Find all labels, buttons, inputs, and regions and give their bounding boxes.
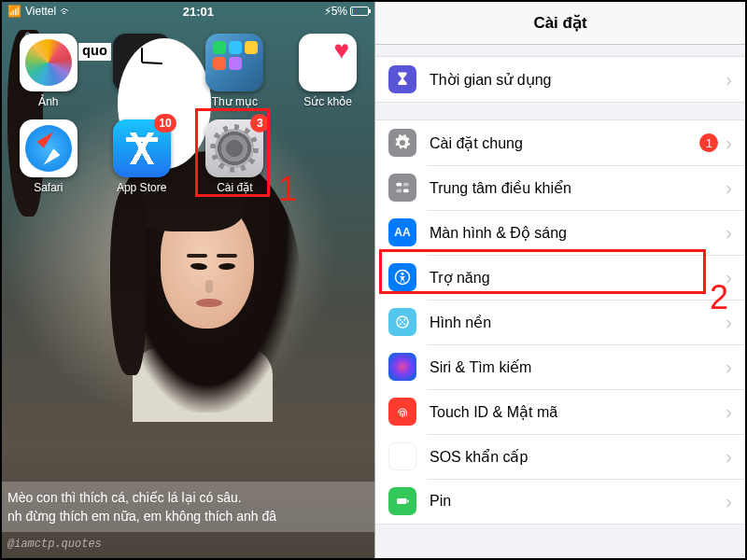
app-clock[interactable]: Đồng hồ [95,28,189,114]
chevron-right-icon: › [726,401,732,423]
wifi-icon [60,4,73,19]
annotation-number-1: 1 [278,170,297,209]
svg-rect-2 [396,189,402,193]
fingerprint-icon [388,398,416,426]
chevron-right-icon: › [726,133,732,154]
settings-group-main: Cài đặt chung 1 › Trung tâm điều khiển ›… [375,119,745,525]
row-sos[interactable]: SOS SOS khẩn cấp › [375,434,745,479]
app-label: Ảnh [38,95,58,108]
row-battery[interactable]: Pin › [375,479,745,524]
chevron-right-icon: › [726,177,732,199]
clock-icon [113,34,171,91]
svg-point-8 [403,319,405,321]
badge: 10 [154,114,176,133]
settings-screen: Cài đặt Thời gian sử dụng › Cài đặt ch [374,2,745,558]
hourglass-icon [388,65,416,93]
chevron-right-icon: › [726,491,732,512]
wallpaper-quote: Mèo con thì thích cá, chiếc lá lại có sâ… [2,482,374,532]
control-center-icon [388,174,416,202]
signal-icon [7,5,21,18]
svg-rect-3 [403,189,409,193]
row-label: Trung tâm điều khiển [430,179,726,197]
annotation-box-2 [379,249,706,294]
svg-rect-1 [403,183,409,187]
svg-point-7 [400,319,402,321]
row-label: Touch ID & Mật mã [430,403,726,421]
charging-icon: ⚡︎ [324,5,331,18]
row-label: Siri & Tìm kiếm [430,358,726,376]
appstore-icon: 10 [113,119,171,177]
app-label: Safari [34,181,63,194]
app-photos[interactable]: Ảnh [2,28,95,114]
app-safari[interactable]: Safari [2,114,95,200]
safari-icon [20,119,78,177]
app-grid: Ảnh Đồng hồ Thư mục [2,28,374,200]
sos-icon: SOS [388,442,416,470]
photos-icon [20,34,78,91]
row-label: Thời gian sử dụng [430,71,726,89]
row-badge: 1 [699,133,718,152]
chevron-right-icon: › [726,69,732,91]
app-label: Thư mục [212,95,258,108]
row-screentime[interactable]: Thời gian sử dụng › [375,57,745,102]
row-general[interactable]: Cài đặt chung 1 › [375,120,745,165]
settings-group-screentime: Thời gian sử dụng › [375,56,745,103]
row-label: Pin [430,493,726,510]
status-time: 21:01 [183,5,214,19]
row-label: Màn hình & Độ sáng [430,224,726,242]
quote-line-2: nh đừng thích em nữa, em không thích anh… [7,509,276,524]
nav-bar: Cài đặt [375,2,745,45]
home-screen: Mèo con thì thích cá, chiếc lá lại có sâ… [2,2,374,558]
battery-icon [350,7,369,16]
svg-rect-0 [396,183,402,187]
app-label: Sức khỏe [303,95,352,108]
quote-line-1: Mèo con thì thích cá, chiếc lá lại có sâ… [7,490,242,505]
row-controlcenter[interactable]: Trung tâm điều khiển › [375,165,745,210]
wallpaper-watermark: @iamctp.quotes [7,538,102,551]
row-label: Hình nền [430,314,726,331]
annotation-number-2: 2 [710,278,728,317]
gear-icon [388,129,416,157]
health-icon [299,34,357,91]
svg-rect-12 [397,498,407,504]
row-siri[interactable]: Siri & Tìm kiếm › [375,344,745,389]
svg-point-10 [403,323,405,325]
svg-rect-13 [407,500,409,503]
chevron-right-icon: › [726,222,732,244]
wallpaper-icon [388,308,416,336]
row-touchid[interactable]: Touch ID & Mật mã › [375,389,745,434]
display-icon: AA [388,218,416,246]
row-wallpaper[interactable]: Hình nền › [375,300,745,344]
status-bar: Viettel 21:01 ⚡︎ 5% [2,2,374,21]
siri-icon [388,353,416,381]
row-display[interactable]: AA Màn hình & Độ sáng › [375,210,745,255]
annotation-box-1 [195,108,270,197]
app-health[interactable]: Sức khỏe [281,28,374,114]
chevron-right-icon: › [726,357,732,378]
battery-icon [388,487,416,515]
folder-icon [205,34,263,91]
svg-point-9 [400,323,402,325]
nav-title: Cài đặt [533,13,586,33]
svg-point-11 [402,321,403,323]
chevron-right-icon: › [726,446,732,468]
row-label: Cài đặt chung [430,134,699,152]
row-label: SOS khẩn cấp [430,448,726,466]
carrier-label: Viettel [25,5,56,18]
app-label: App Store [117,181,166,194]
battery-pct: 5% [331,5,347,18]
